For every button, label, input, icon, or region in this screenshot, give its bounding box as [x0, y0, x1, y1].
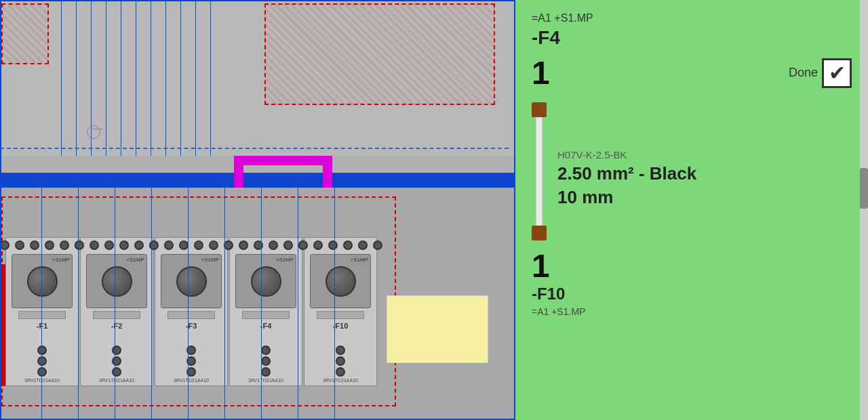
info-component2: -F10 — [532, 285, 852, 303]
checkmark-icon: ✔ — [829, 63, 846, 83]
breaker-f4-label: -F4 — [260, 322, 272, 330]
info-count-row: 1 Done ✔ — [532, 54, 852, 91]
symbol-line — [92, 129, 103, 129]
breaker-f1-terminals — [0, 238, 84, 250]
info-component: -F4 — [532, 27, 852, 49]
breaker-f3-label: -F3 — [186, 322, 197, 330]
wire-info-column: H07V-K-2.5-BK 2.50 mm² - Black 10 mm — [557, 102, 696, 240]
dashed-hline — [0, 148, 509, 149]
breaker-f1-label: -F1 — [37, 322, 48, 330]
done-label: Done — [789, 66, 818, 80]
breaker-f4: +S1MP -F4 3RV1TO21AA10 — [229, 237, 302, 386]
done-checkbox[interactable]: ✔ — [822, 58, 852, 88]
done-container: Done ✔ — [789, 58, 852, 88]
breaker-f10: +S1MP -F10 3RV1TO21AA10 — [304, 237, 377, 386]
info-location2: =A1 +S1.MP — [532, 306, 852, 317]
info-panel: =A1 +S1.MP -F4 1 Done ✔ H07V-K-2.5-BK 2.… — [515, 0, 868, 420]
breaker-f2-label: -F2 — [111, 322, 123, 330]
breaker-f1-bottom: 3RV1TO21AA10 — [24, 344, 60, 385]
magenta-u-top — [234, 156, 332, 165]
yellow-box — [387, 295, 488, 363]
red-rect-top-right — [264, 3, 495, 105]
wire-section: H07V-K-2.5-BK 2.50 mm² - Black 10 mm — [532, 102, 852, 240]
wire-length: 10 mm — [557, 187, 696, 208]
breaker-f1-body: +S1MP — [12, 254, 73, 308]
red-rect-left — [1, 3, 49, 64]
breaker-f2: +S1MP -F2 3RV1TO21AA10 — [80, 237, 153, 386]
breaker-f3: +S1MP -F3 3RV1TO21AA10 — [155, 237, 228, 386]
breaker-f10-label: -F10 — [333, 322, 349, 330]
schematic-panel: +S1MP -F1 3RV1TO21AA10 +S1MP - — [0, 0, 515, 420]
wire-bottom-cap — [532, 226, 547, 240]
top-area — [0, 0, 515, 156]
symbol-circle — [87, 125, 100, 139]
info-location: =A1 +S1.MP — [532, 12, 852, 24]
info-count2: 1 — [532, 247, 852, 285]
breaker-f1: +S1MP -F1 3RV1TO21AA10 — [5, 237, 79, 386]
wire-column — [532, 102, 547, 240]
wire-spec: 2.50 mm² - Black — [557, 163, 696, 184]
wire-body — [536, 117, 542, 226]
scrollbar[interactable] — [860, 0, 868, 420]
red-left-marker — [0, 264, 5, 386]
scrollbar-thumb[interactable] — [860, 168, 868, 209]
breaker-row: +S1MP -F1 3RV1TO21AA10 +S1MP - — [5, 237, 377, 386]
wire-top-cap — [532, 102, 547, 117]
info-count: 1 — [532, 54, 550, 91]
wire-type: H07V-K-2.5-BK — [557, 149, 696, 161]
